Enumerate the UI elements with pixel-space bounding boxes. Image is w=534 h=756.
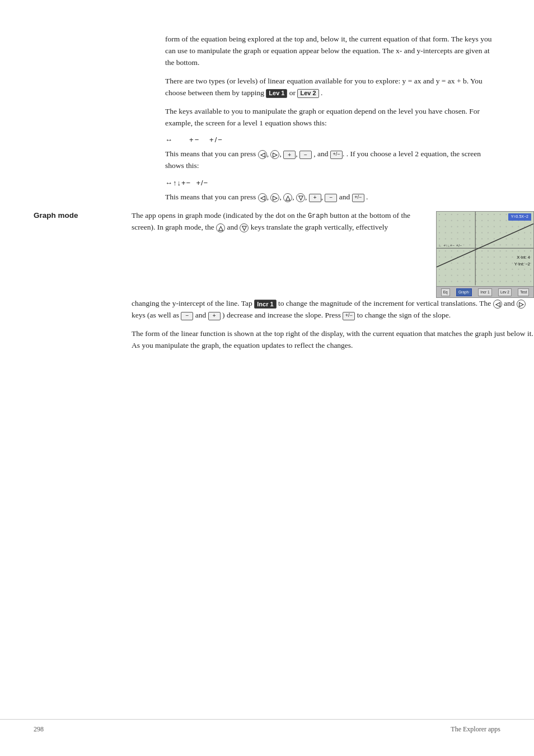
frac-key-box2: +/− [352, 194, 364, 202]
incr1-key: Incr 1 [254, 300, 276, 309]
down-circle-key: ▽ [240, 223, 249, 232]
right-circle-key3: ▷ [517, 300, 526, 309]
calc-xint: X·Int: 4 [517, 254, 530, 261]
minus-key3: − [181, 312, 193, 320]
circle-up-key: △ [283, 193, 292, 202]
circle-left-key2: ◁ [258, 193, 267, 202]
para5-and: and [339, 193, 350, 201]
content-area: form of the equation being explored at t… [165, 34, 500, 203]
plus-slash-minus: +/− [209, 136, 223, 144]
tab-test: Test [518, 288, 529, 296]
para4-prefix: This means that you can press [165, 150, 256, 158]
frac-key3: +/− [343, 312, 355, 320]
circle-right-key: ▷ [270, 150, 279, 159]
para4-and: , and [313, 150, 328, 158]
graph-mode-inline: The app opens in graph mode (indicated b… [132, 210, 534, 298]
plus-key-box2: + [309, 194, 321, 202]
left-circle-key3: ◁ [493, 300, 502, 309]
paragraph-4: This means that you can press ◁, ▷, +, −… [165, 148, 500, 172]
frac-key-box: +/− [330, 151, 343, 159]
para2-or-text: or [289, 88, 296, 97]
up-circle-key: △ [216, 223, 225, 232]
graph-mode-section: Graph mode The app opens in graph mode (… [0, 210, 534, 358]
tab-incr1: Incr 1 [478, 288, 491, 296]
calc-top-bar: Y=0.5X−2 [508, 213, 531, 221]
keys-level2-display: ↔↑↓+− +/− [165, 179, 500, 187]
circle-right-key2: ▷ [270, 193, 279, 202]
graph-para-1: The app opens in graph mode (indicated b… [132, 210, 416, 234]
graph-mode-text: The app opens in graph mode (indicated b… [132, 210, 416, 240]
graph-para-2: changing the y-intercept of the line. Ta… [132, 298, 534, 321]
minus-key-box2: − [325, 194, 337, 202]
plus-key3: + [208, 312, 221, 320]
paragraph-5: This means that you can press ◁, ▷, △, ▽… [165, 192, 500, 203]
calc-keys-line: ← +↑↓+− +/− [438, 243, 462, 249]
lev2-key: Lev 2 [297, 89, 318, 98]
tab-graph: Graph· [456, 288, 472, 296]
page-number: 298 [34, 725, 44, 734]
circle-down-key: ▽ [296, 193, 305, 202]
tab-eq: Eq [441, 288, 450, 296]
arrow-left-right: ↔ [165, 136, 174, 144]
footer-right: The Explorer apps [451, 725, 500, 734]
paragraph-2: There are two types (or levels) of linea… [165, 76, 500, 99]
lev1-key: Lev 1 [266, 89, 287, 98]
para5-suffix: . [366, 193, 368, 201]
page-footer: 298 The Explorer apps [0, 719, 534, 734]
calculator-screen: Y=0.5X−2 ← +↑↓+− +/− X·Int: 4 Y·Int: −2 … [436, 211, 534, 298]
page: form of the equation being explored at t… [0, 0, 534, 756]
calc-screen-inner: Y=0.5X−2 ← +↑↓+− +/− X·Int: 4 Y·Int: −2 … [437, 212, 533, 297]
arrows-all: ↔↑↓+− +/− [165, 179, 208, 187]
plus-key-box: + [283, 151, 296, 159]
tab-lev2: Lev 2 [498, 288, 512, 296]
calc-yint: Y·Int: −2 [514, 261, 530, 268]
para2-text: There are two types (or levels) of linea… [165, 77, 483, 97]
graph-mode-label: Graph mode [0, 210, 132, 358]
keys-level1-display: ↔ +− +/− [165, 136, 500, 144]
minus-key-box: − [299, 151, 312, 159]
para5-prefix: This means that you can press [165, 193, 256, 201]
calc-tab-bar: Eq Graph· Incr 1 Lev 2 Test [437, 286, 533, 297]
paragraph-1: form of the equation being explored at t… [165, 34, 500, 69]
graph-para-3: The form of the linear function is shown… [132, 328, 534, 352]
graph-mode-content: The app opens in graph mode (indicated b… [132, 210, 534, 358]
plus-minus-key: +− [189, 136, 200, 144]
paragraph-3: The keys available to you to manipulate … [165, 106, 500, 129]
circle-left-key: ◁ [258, 150, 267, 159]
graph-button-mono: Graph [308, 212, 328, 220]
